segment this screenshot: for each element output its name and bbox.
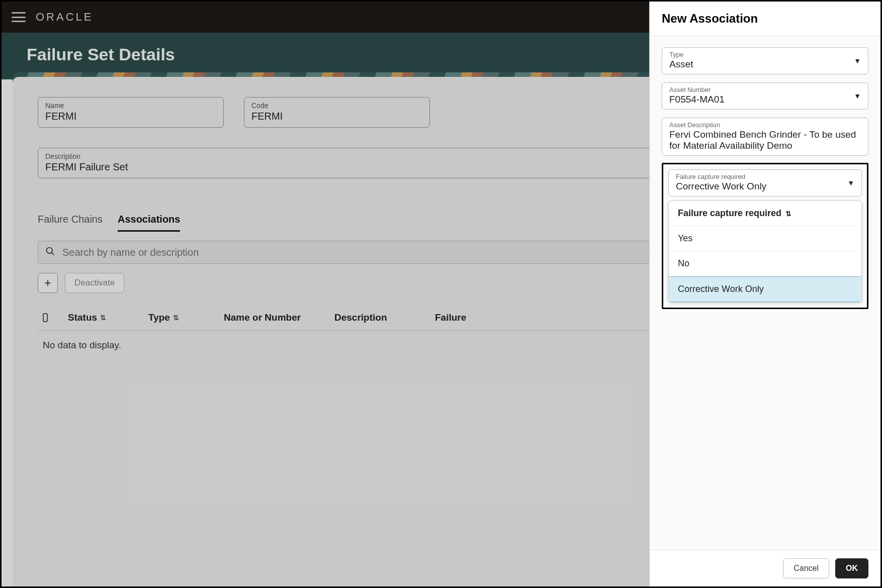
failure-capture-select[interactable]: Failure capture required Corrective Work…	[668, 169, 862, 197]
drawer-title: New Association	[650, 2, 880, 36]
chevron-down-icon: ▼	[847, 179, 854, 187]
drawer-footer: Cancel OK	[650, 550, 880, 586]
sort-icon: ⇅	[785, 210, 791, 218]
failure-capture-highlight: Failure capture required Corrective Work…	[662, 163, 868, 309]
cancel-button[interactable]: Cancel	[783, 558, 829, 578]
chevron-down-icon: ▼	[854, 92, 861, 100]
dropdown-option-no[interactable]: No	[669, 251, 861, 276]
type-select[interactable]: Type Asset ▼	[662, 47, 868, 74]
new-association-drawer: New Association Type Asset ▼ Asset Numbe…	[649, 2, 880, 586]
chevron-down-icon: ▼	[854, 57, 861, 65]
asset-number-label: Asset Number	[669, 86, 861, 93]
type-label: Type	[669, 51, 861, 58]
asset-description-label: Asset Description	[669, 121, 861, 129]
dropdown-header: Failure capture required ⇅	[669, 201, 861, 226]
asset-description-field: Asset Description Fervi Combined Bench G…	[662, 118, 868, 156]
asset-number-value: F0554-MA01	[669, 94, 861, 105]
dropdown-option-yes[interactable]: Yes	[669, 226, 861, 251]
failure-capture-label: Failure capture required	[676, 173, 854, 180]
type-value: Asset	[669, 59, 861, 70]
dropdown-option-corrective[interactable]: Corrective Work Only	[669, 276, 861, 302]
failure-capture-dropdown: Failure capture required ⇅ Yes No Correc…	[668, 201, 862, 303]
ok-button[interactable]: OK	[835, 558, 868, 578]
asset-description-value: Fervi Combined Bench Grinder - To be use…	[669, 129, 861, 151]
failure-capture-value: Corrective Work Only	[676, 181, 854, 192]
asset-number-select[interactable]: Asset Number F0554-MA01 ▼	[662, 82, 868, 110]
